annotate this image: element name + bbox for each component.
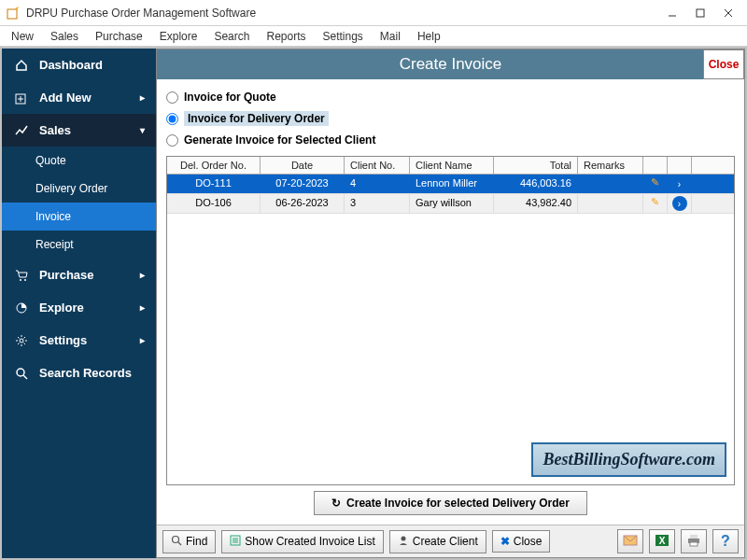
col-open [668, 157, 692, 174]
menu-search[interactable]: Search [206, 28, 257, 45]
sidebar-sub-quote[interactable]: Quote [2, 147, 156, 175]
invoice-type-radio-group: Invoice for Quote Invoice for Delivery O… [166, 87, 735, 150]
maximize-button[interactable] [687, 4, 713, 22]
sidebar-item-sales[interactable]: Sales ▾ [2, 114, 156, 147]
mail-icon [623, 534, 638, 550]
radio-invoice-for-quote[interactable]: Invoice for Quote [166, 87, 735, 107]
radio-invoice-for-delivery-order[interactable]: Invoice for Delivery Order [166, 107, 735, 130]
page-title: Create Invoice [400, 55, 502, 74]
svg-rect-0 [7, 9, 17, 19]
pencil-icon: ✎ [651, 196, 659, 207]
minimize-button[interactable] [659, 4, 685, 22]
svg-text:X: X [659, 536, 666, 546]
col-client-name[interactable]: Client Name [410, 157, 494, 174]
excel-export-button[interactable]: X [649, 529, 675, 553]
sidebar-item-dashboard[interactable]: Dashboard [2, 49, 156, 81]
menu-new[interactable]: New [4, 28, 41, 45]
menu-reports[interactable]: Reports [259, 28, 313, 45]
table-row[interactable]: DO-106 06-26-2023 3 Gary willson 43,982.… [167, 194, 734, 214]
sidebar: Dashboard Add New ▸ Sales ▾ Quote Delive… [2, 49, 156, 558]
person-icon [398, 535, 409, 549]
sidebar-label: Purchase [39, 268, 94, 282]
edit-row-button[interactable]: ✎ [643, 175, 668, 193]
close-panel-button[interactable]: Close [703, 49, 744, 79]
menu-help[interactable]: Help [410, 28, 448, 45]
col-total[interactable]: Total [494, 157, 578, 174]
sidebar-label: Settings [39, 333, 87, 347]
sidebar-item-purchase[interactable]: Purchase ▸ [2, 259, 156, 291]
radio-input[interactable] [166, 91, 178, 104]
create-client-button[interactable]: Create Client [389, 530, 486, 553]
sidebar-item-search-records[interactable]: Search Records [2, 357, 156, 389]
help-button[interactable]: ? [712, 529, 739, 553]
svg-point-20 [401, 536, 405, 540]
radio-generate-invoice-for-client[interactable]: Generate Invoice for Selected Client [166, 130, 735, 150]
menu-mail[interactable]: Mail [373, 28, 408, 45]
svg-line-13 [23, 375, 27, 379]
sidebar-item-settings[interactable]: Settings ▸ [2, 324, 156, 357]
list-icon [230, 535, 241, 549]
sidebar-item-explore[interactable]: Explore ▸ [2, 291, 156, 324]
home-icon [13, 59, 30, 72]
search-icon [13, 367, 30, 380]
bottom-toolbar: Find Show Created Invoice List Create Cl… [157, 525, 744, 557]
svg-rect-25 [690, 535, 698, 539]
plus-icon [13, 91, 30, 105]
sidebar-sub-receipt[interactable]: Receipt [2, 231, 156, 259]
sidebar-label: Add New [39, 91, 92, 105]
sidebar-item-add-new[interactable]: Add New ▸ [2, 81, 156, 114]
col-date[interactable]: Date [261, 157, 345, 174]
menu-purchase[interactable]: Purchase [88, 28, 150, 45]
excel-icon: X [655, 534, 669, 550]
col-remarks[interactable]: Remarks [578, 157, 643, 174]
close-window-button[interactable] [715, 4, 741, 22]
chevron-right-icon: ▸ [140, 302, 145, 313]
mail-button[interactable] [617, 529, 643, 553]
col-client-no[interactable]: Client No. [345, 157, 410, 174]
svg-point-9 [24, 279, 26, 281]
pencil-icon: ✎ [651, 176, 659, 188]
sidebar-sub-delivery-order[interactable]: Delivery Order [2, 175, 156, 203]
chevron-right-icon: ▸ [140, 270, 145, 280]
print-button[interactable] [681, 529, 707, 553]
menu-sales[interactable]: Sales [43, 28, 86, 45]
app-icon [6, 6, 21, 21]
question-icon: ? [721, 533, 730, 550]
sidebar-label: Sales [39, 123, 71, 137]
window-title: DRPU Purchase Order Management Software [26, 7, 256, 20]
menu-settings[interactable]: Settings [316, 28, 371, 45]
close-bottom-button[interactable]: ✖ Close [492, 530, 551, 553]
svg-point-14 [173, 536, 179, 542]
create-invoice-button[interactable]: ↻ Create Invoice for selected Delivery O… [314, 491, 587, 515]
open-row-button[interactable]: › [668, 194, 692, 213]
window-controls [659, 4, 741, 22]
open-row-button[interactable]: › [668, 175, 692, 193]
edit-row-button[interactable]: ✎ [643, 194, 668, 213]
radio-input[interactable] [166, 113, 178, 125]
main-panel: Create Invoice Close Invoice for Quote I… [156, 49, 745, 558]
menu-explore[interactable]: Explore [152, 28, 205, 45]
pie-icon [13, 301, 30, 315]
show-created-invoice-list-button[interactable]: Show Created Invoice List [221, 530, 383, 553]
svg-point-11 [20, 339, 23, 343]
titlebar: DRPU Purchase Order Management Software [0, 0, 747, 26]
printer-icon [686, 534, 701, 550]
page-header: Create Invoice Close [157, 49, 744, 79]
arrow-right-icon: › [672, 196, 687, 211]
magnifier-icon [171, 535, 182, 549]
col-del-order-no[interactable]: Del. Order No. [167, 157, 261, 174]
svg-point-12 [17, 369, 24, 376]
chevron-down-icon: ▾ [140, 125, 145, 135]
find-button[interactable]: Find [162, 530, 216, 553]
radio-input[interactable] [166, 134, 178, 147]
watermark: BestBillingSoftware.com [531, 442, 726, 477]
table-row[interactable]: DO-111 07-20-2023 4 Lennon Miller 446,00… [167, 175, 734, 194]
col-edit [643, 157, 668, 174]
svg-rect-2 [697, 9, 704, 17]
create-invoice-row: ↻ Create Invoice for selected Delivery O… [166, 485, 735, 521]
sidebar-label: Dashboard [39, 58, 103, 72]
chevron-right-icon: ▸ [140, 335, 145, 345]
svg-rect-26 [690, 542, 698, 546]
sidebar-sub-invoice[interactable]: Invoice [2, 203, 156, 231]
x-icon: ✖ [500, 535, 510, 548]
